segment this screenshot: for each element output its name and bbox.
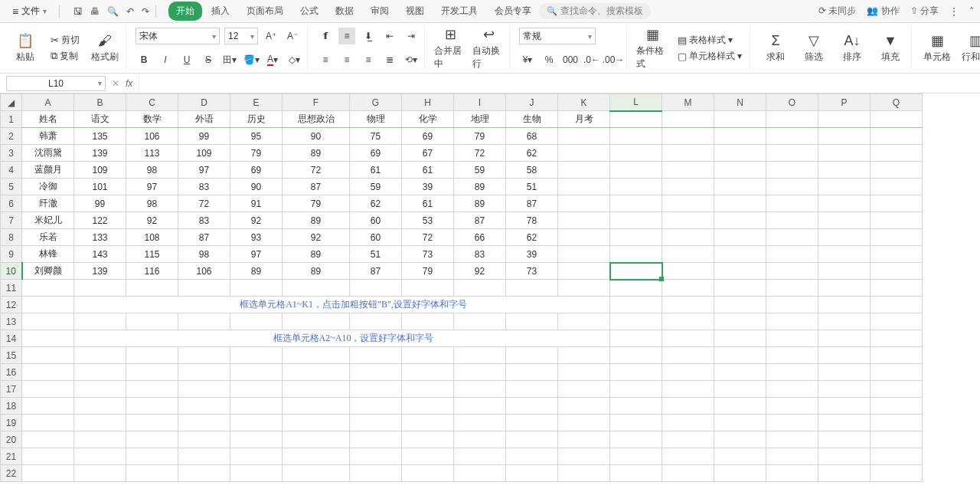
- cell-E18[interactable]: [230, 398, 283, 415]
- cell-B17[interactable]: [74, 381, 126, 398]
- cell-I1[interactable]: 地理: [454, 111, 506, 128]
- print-icon[interactable]: 🖶: [90, 6, 100, 17]
- cell-F13[interactable]: [283, 313, 350, 330]
- cell-E19[interactable]: [230, 415, 283, 431]
- cell-H10[interactable]: 79: [402, 263, 454, 280]
- cell-P14[interactable]: [818, 330, 871, 347]
- cell-K3[interactable]: [558, 145, 610, 162]
- cell-F18[interactable]: [283, 398, 350, 415]
- cell-D15[interactable]: [178, 347, 230, 364]
- row-header-17[interactable]: 17: [1, 381, 22, 398]
- cell-F16[interactable]: [283, 364, 350, 381]
- cell-N12[interactable]: [714, 297, 766, 313]
- cell-P13[interactable]: [818, 313, 871, 330]
- cell-C10[interactable]: 116: [126, 263, 178, 280]
- cell-D4[interactable]: 97: [178, 162, 230, 179]
- preview-icon[interactable]: 🔍: [107, 6, 119, 17]
- cell-Q6[interactable]: [871, 195, 923, 212]
- cell-F6[interactable]: 79: [283, 195, 350, 212]
- cell-L21[interactable]: [610, 448, 662, 465]
- cell-F21[interactable]: [283, 448, 350, 465]
- cell-L11[interactable]: [610, 280, 662, 297]
- row-header-18[interactable]: 18: [1, 398, 22, 415]
- cell-F19[interactable]: [283, 415, 350, 431]
- cell-C16[interactable]: [126, 364, 178, 381]
- cell-D1[interactable]: 外语: [178, 111, 230, 128]
- row-header-2[interactable]: 2: [1, 128, 22, 145]
- cell-I15[interactable]: [454, 347, 506, 364]
- cell-I7[interactable]: 87: [454, 212, 506, 229]
- cell-L17[interactable]: [610, 381, 662, 398]
- cell-B6[interactable]: 99: [74, 195, 126, 212]
- cell-P2[interactable]: [818, 128, 871, 145]
- cell-A13[interactable]: [22, 313, 74, 330]
- number-format-select[interactable]: 常规: [519, 28, 596, 44]
- col-header-L[interactable]: L: [610, 94, 662, 111]
- underline-button[interactable]: U: [178, 51, 195, 68]
- row-header-22[interactable]: 22: [1, 465, 22, 482]
- cell-O9[interactable]: [766, 246, 818, 263]
- cell-I19[interactable]: [454, 415, 506, 431]
- cell-M16[interactable]: [662, 364, 714, 381]
- cell-L6[interactable]: [610, 195, 662, 212]
- cell-C17[interactable]: [126, 381, 178, 398]
- indent-right-icon[interactable]: ⇥: [403, 28, 420, 44]
- cancel-icon[interactable]: ✕: [112, 78, 119, 89]
- cell-I2[interactable]: 79: [454, 128, 506, 145]
- cell-O12[interactable]: [766, 297, 818, 313]
- cell-E8[interactable]: 93: [230, 229, 283, 246]
- cell-D19[interactable]: [178, 415, 230, 431]
- cell-F10[interactable]: 89: [283, 263, 350, 280]
- cell-I9[interactable]: 83: [454, 246, 506, 263]
- cell-K1[interactable]: 月考: [558, 111, 610, 128]
- cell-O22[interactable]: [766, 465, 818, 482]
- cell-A6[interactable]: 纤澈: [22, 195, 74, 212]
- tab-review[interactable]: 审阅: [363, 2, 397, 21]
- cell-M19[interactable]: [662, 415, 714, 431]
- orientation-icon[interactable]: ⟲▾: [403, 51, 420, 68]
- cell-E20[interactable]: [230, 431, 283, 448]
- cell-B18[interactable]: [74, 398, 126, 415]
- cell-E11[interactable]: [230, 280, 283, 297]
- cell-E9[interactable]: 97: [230, 246, 283, 263]
- col-header-Q[interactable]: Q: [871, 94, 923, 111]
- cell-M21[interactable]: [662, 448, 714, 465]
- cell-G18[interactable]: [350, 398, 402, 415]
- cell-C20[interactable]: [126, 431, 178, 448]
- cell-N7[interactable]: [714, 212, 766, 229]
- cell-K9[interactable]: [558, 246, 610, 263]
- cell-C5[interactable]: 97: [126, 179, 178, 195]
- cell-D16[interactable]: [178, 364, 230, 381]
- cell-Q10[interactable]: [871, 263, 923, 280]
- cell-Q18[interactable]: [871, 398, 923, 415]
- fx-label[interactable]: fx: [126, 78, 132, 89]
- cell-K10[interactable]: [558, 263, 610, 280]
- cell-K22[interactable]: [558, 465, 610, 482]
- cell-E17[interactable]: [230, 381, 283, 398]
- fill-button[interactable]: ▼填充: [874, 33, 906, 64]
- cell-H7[interactable]: 53: [402, 212, 454, 229]
- cell-I17[interactable]: [454, 381, 506, 398]
- cell-J15[interactable]: [506, 347, 558, 364]
- cell-Q16[interactable]: [871, 364, 923, 381]
- cell-P9[interactable]: [818, 246, 871, 263]
- cell-P19[interactable]: [818, 415, 871, 431]
- cell-P11[interactable]: [818, 280, 871, 297]
- cell-Q13[interactable]: [871, 313, 923, 330]
- cell-F4[interactable]: 72: [283, 162, 350, 179]
- cell-I11[interactable]: [454, 280, 506, 297]
- cell-N5[interactable]: [714, 179, 766, 195]
- cell-N21[interactable]: [714, 448, 766, 465]
- tab-data[interactable]: 数据: [328, 2, 361, 21]
- cell-O19[interactable]: [766, 415, 818, 431]
- cell-P7[interactable]: [818, 212, 871, 229]
- cell-N16[interactable]: [714, 364, 766, 381]
- cell-O8[interactable]: [766, 229, 818, 246]
- cell-C1[interactable]: 数学: [126, 111, 178, 128]
- cell-A10[interactable]: 刘卿颜: [22, 263, 74, 280]
- row-header-21[interactable]: 21: [1, 448, 22, 465]
- col-header-M[interactable]: M: [662, 94, 714, 111]
- cell-D3[interactable]: 109: [178, 145, 230, 162]
- cell-B12[interactable]: 框选单元格A1~K1，点击加粗按钮"B",设置好字体和字号: [74, 297, 610, 313]
- row-header-19[interactable]: 19: [1, 415, 22, 431]
